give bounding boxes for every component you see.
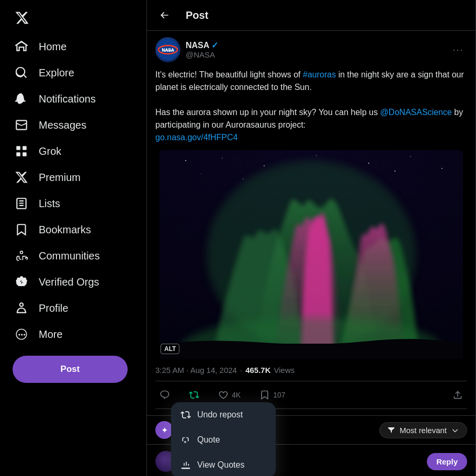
action-bar: 4K 107 Undo repost xyxy=(155,381,467,409)
explore-icon xyxy=(15,66,28,80)
premium-x-icon xyxy=(15,171,28,184)
nav-item-grok[interactable]: Grok xyxy=(6,138,140,164)
nav-item-premium[interactable]: Premium xyxy=(6,164,140,190)
nav-item-explore[interactable]: Explore xyxy=(6,60,140,86)
page-title: Post xyxy=(186,9,208,21)
svg-rect-3 xyxy=(22,152,27,156)
share-icon xyxy=(452,390,463,400)
sparkle-icon: ✦ xyxy=(155,421,173,439)
heart-icon xyxy=(218,390,229,400)
svg-rect-0 xyxy=(16,146,20,150)
notifications-label: Notifications xyxy=(39,93,96,105)
svg-point-17 xyxy=(394,171,395,172)
avatar[interactable]: NASA xyxy=(155,37,180,62)
tweet-more-button[interactable]: ··· xyxy=(449,41,467,59)
view-quotes-item[interactable]: View Quotes xyxy=(171,452,276,476)
tweet-container: NASA NASA ✓ @NASA ··· It's electric! The… xyxy=(147,31,475,416)
messages-label: Messages xyxy=(39,119,86,131)
nasa-logo: NASA xyxy=(157,39,178,60)
tweet-image[interactable]: ALT xyxy=(155,150,467,359)
back-arrow-icon xyxy=(159,10,169,20)
reply-button[interactable]: Reply xyxy=(427,453,467,470)
svg-text:NASA: NASA xyxy=(162,48,174,53)
bookmark-action-button[interactable]: 107 xyxy=(255,388,289,402)
nav-item-messages[interactable]: Messages xyxy=(6,112,140,138)
lists-icon xyxy=(15,197,28,210)
repost-dropdown-icon xyxy=(180,410,191,420)
person-icon xyxy=(15,301,28,315)
svg-rect-2 xyxy=(16,152,20,156)
repost-icon xyxy=(189,390,199,400)
filter-icon xyxy=(387,426,395,434)
bookmark-count: 107 xyxy=(273,391,285,399)
svg-point-11 xyxy=(316,155,317,156)
post-button[interactable]: Post xyxy=(13,356,128,383)
alt-badge[interactable]: ALT xyxy=(161,344,179,354)
quote-item[interactable]: Quote xyxy=(171,427,276,452)
chevron-down-icon xyxy=(451,426,459,434)
repost-dropdown: Undo repost Quote View Quotes xyxy=(171,402,276,476)
svg-point-8 xyxy=(185,160,186,161)
bookmarks-label: Bookmarks xyxy=(39,224,91,236)
nav-item-notifications[interactable]: Notifications xyxy=(6,86,140,112)
more-label: More xyxy=(39,328,63,341)
bar-chart-icon xyxy=(180,460,191,470)
nav-item-bookmarks[interactable]: Bookmarks xyxy=(6,217,140,243)
lists-label: Lists xyxy=(39,198,60,210)
nav-item-profile[interactable]: Profile xyxy=(6,295,140,321)
nasa-link[interactable]: go.nasa.gov/4fHFPC4 xyxy=(155,133,237,142)
reply-icon xyxy=(160,390,170,400)
tweet-author-row: NASA NASA ✓ @NASA ··· xyxy=(155,37,467,62)
nav-item-home[interactable]: Home xyxy=(6,33,140,60)
svg-rect-1 xyxy=(22,146,27,150)
home-icon xyxy=(15,40,28,53)
svg-point-15 xyxy=(201,173,201,174)
author-name-block: NASA ✓ @NASA xyxy=(186,40,218,59)
author-handle[interactable]: @NASA xyxy=(186,50,218,59)
nav-item-lists[interactable]: Lists xyxy=(6,190,140,217)
like-count: 4K xyxy=(232,391,241,399)
main-content: Post NASA NASA ✓ @NASA xyxy=(146,0,476,476)
mention-donasascience[interactable]: @DoNASAScience xyxy=(380,108,452,117)
undo-repost-item[interactable]: Undo repost xyxy=(171,402,276,427)
home-label: Home xyxy=(39,41,66,53)
grok-label: Grok xyxy=(39,145,61,157)
tweet-author-info: NASA NASA ✓ @NASA xyxy=(155,37,218,62)
x-logo-icon xyxy=(15,10,29,25)
tweet-text: It's electric! The beautiful light shows… xyxy=(155,69,467,144)
aurora-image xyxy=(155,150,467,359)
bookmark-action-icon xyxy=(259,390,270,400)
author-name[interactable]: NASA ✓ xyxy=(186,40,218,50)
verified-badge: ✓ xyxy=(211,40,218,50)
explore-label: Explore xyxy=(39,67,74,79)
back-button[interactable] xyxy=(155,6,173,24)
svg-point-13 xyxy=(410,156,411,157)
quote-icon xyxy=(180,435,191,445)
svg-point-10 xyxy=(264,165,265,166)
x-logo[interactable] xyxy=(6,4,140,31)
communities-icon xyxy=(15,249,28,263)
hashtag-auroras[interactable]: #auroras xyxy=(303,70,336,79)
svg-point-4 xyxy=(157,39,178,60)
like-action-button[interactable]: 4K xyxy=(214,388,245,402)
relevance-filter-button[interactable]: Most relevant xyxy=(379,422,467,438)
sidebar: Home Explore Notifications Messages Grok… xyxy=(0,0,146,476)
communities-label: Communities xyxy=(39,250,100,262)
bolt-icon xyxy=(15,275,28,289)
svg-point-12 xyxy=(368,163,369,164)
nav-item-more[interactable]: More xyxy=(6,321,140,347)
verified-orgs-label: Verified Orgs xyxy=(39,276,99,288)
more-circle-icon xyxy=(15,327,28,341)
profile-label: Profile xyxy=(39,302,69,314)
bell-icon xyxy=(15,92,28,106)
share-action-button[interactable] xyxy=(448,388,467,402)
nav-item-communities[interactable]: Communities xyxy=(6,243,140,269)
nav-item-verified-orgs[interactable]: Verified Orgs xyxy=(6,269,140,295)
mail-icon xyxy=(15,118,28,132)
svg-point-16 xyxy=(243,178,244,179)
premium-label: Premium xyxy=(39,172,81,184)
svg-point-14 xyxy=(441,168,443,169)
reply-action-button[interactable] xyxy=(155,388,174,402)
svg-point-9 xyxy=(222,157,223,158)
repost-action-button[interactable] xyxy=(185,388,203,402)
